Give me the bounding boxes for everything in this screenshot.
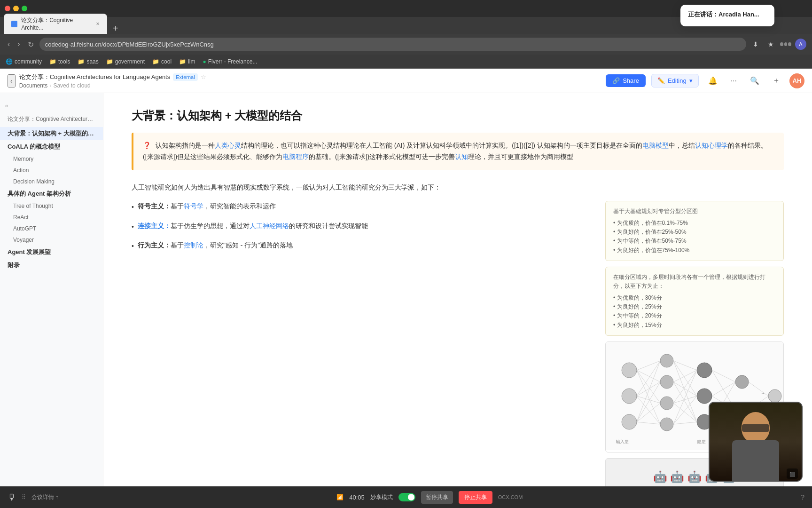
- link-human-mind[interactable]: 人类心灵: [215, 142, 241, 149]
- link-symbol-school[interactable]: 符号学: [184, 202, 203, 210]
- header-right: 🔗 Share ✏️ Editing ▾ 🔔 ··· 🔍 ＋ AH: [606, 73, 804, 88]
- documents-link[interactable]: Documents: [19, 82, 48, 89]
- sidebar-item-background[interactable]: 大背景：认知架构 + 大模型的结合: [0, 127, 103, 140]
- bookmark-llm[interactable]: 📁 llm: [179, 58, 195, 65]
- meeting-details-link[interactable]: 会议详情 ↑: [31, 493, 58, 501]
- bottom-right-controls: ?: [801, 493, 804, 501]
- government-icon: 📁: [106, 58, 113, 65]
- info-box: ❓ 认知架构指的是一种人类心灵结构的理论，也可以指这种心灵结构理论在人工智能 (…: [132, 133, 784, 170]
- link-computer-program[interactable]: 电脑程序: [282, 153, 309, 160]
- browser-toolbar: ⬇ ★ A: [750, 39, 806, 50]
- svg-point-6: [660, 397, 673, 410]
- sidebar-item-agent-arch[interactable]: 具体的 Agent 架构分析: [0, 187, 103, 200]
- svg-point-8: [697, 363, 712, 378]
- link-computer-model[interactable]: 电脑模型: [642, 142, 669, 149]
- notification-dialog: 正在讲话：Arcadia Han...: [680, 5, 774, 26]
- bookmark-fiverr[interactable]: ● Fiverr - Freelance...: [203, 58, 257, 65]
- mode-toggle[interactable]: [398, 493, 415, 501]
- sub-breadcrumb: Documents › Saved to cloud: [19, 82, 206, 89]
- add-page-icon[interactable]: ＋: [769, 74, 784, 87]
- sidebar-collapse-btn[interactable]: «: [0, 99, 13, 113]
- svg-point-13: [768, 389, 781, 403]
- search-icon[interactable]: 🔍: [746, 74, 763, 87]
- extensions-icon[interactable]: [780, 39, 791, 50]
- avatar[interactable]: AH: [789, 73, 804, 88]
- reload-btn[interactable]: ↻: [26, 38, 36, 51]
- community-icon: 🌐: [6, 58, 13, 65]
- svg-point-7: [660, 418, 673, 431]
- bookmark-saas[interactable]: 📁 saas: [78, 58, 98, 65]
- sidebar-item-appendix[interactable]: 附录: [0, 259, 103, 272]
- sidebar-item-tree-of-thought[interactable]: Tree of Thought: [0, 200, 103, 212]
- tab-close-btn[interactable]: ✕: [96, 21, 100, 26]
- sidebar-item-autogpt[interactable]: AutoGPT: [0, 223, 103, 234]
- col-left: • 符号主义：基于符号学，研究智能的表示和运作 • 连接主义：基于仿生学的思想，…: [132, 201, 586, 496]
- bookmark-icon[interactable]: ★: [765, 39, 776, 50]
- window-controls[interactable]: [5, 6, 27, 11]
- back-btn[interactable]: ‹: [6, 38, 12, 50]
- editing-button[interactable]: ✏️ Editing ▾: [651, 74, 699, 87]
- pause-share-btn[interactable]: 暂停共享: [421, 491, 453, 504]
- profile-icon[interactable]: A: [795, 39, 806, 50]
- external-badge: External: [173, 73, 197, 81]
- video-control-icon: ⬛: [789, 472, 795, 477]
- bookmark-government[interactable]: 📁 government: [106, 58, 145, 65]
- svg-point-9: [697, 389, 712, 404]
- question-icon: ❓: [143, 142, 151, 149]
- link-neural-network[interactable]: 人工神经网络: [250, 222, 289, 230]
- content-area: 大背景：认知架构 + 大模型的结合 ❓ 认知架构指的是一种人类心灵结构的理论，也…: [103, 93, 812, 508]
- chevron-down-icon: ▾: [689, 77, 693, 84]
- bookmark-tools[interactable]: 📁 tools: [49, 58, 70, 65]
- svg-point-2: [622, 389, 637, 404]
- active-tab[interactable]: 论文分享：Cognitive Archite... ✕: [4, 14, 107, 34]
- right-card-1-line-1: • 为优质的，价值在0.1%-75%: [613, 219, 776, 228]
- link-cognitive-theory[interactable]: 认知: [455, 153, 468, 160]
- right-card-2-line-3: • 为中等的，20%分: [613, 311, 776, 320]
- sidebar-item-future[interactable]: Agent 发展展望: [0, 246, 103, 259]
- close-window-btn[interactable]: [5, 6, 10, 11]
- address-bar-row: ‹ › ↻ codedog-ai.feishu.cn/docx/DPbMdEEl…: [0, 34, 812, 55]
- more-options-icon[interactable]: ···: [727, 75, 741, 87]
- bookmark-community[interactable]: 🌐 community: [6, 58, 42, 65]
- bullet-connectionism-text: 连接主义：基于仿生学的思想，通过对人工神经网络的研究和设计尝试实现智能: [138, 221, 368, 233]
- sidebar-item-action[interactable]: Action: [0, 165, 103, 176]
- link-control-theory[interactable]: 控制论: [184, 241, 203, 249]
- tab-favicon: [11, 21, 17, 27]
- llm-icon: 📁: [179, 58, 186, 65]
- right-card-1-line-3: • 为中等的，价值在50%-75%: [613, 237, 776, 246]
- right-card-2-intro: 在细分区域内，多层时间段均各有一个管理，根据规则进行打分，以至下方为止：: [613, 273, 776, 291]
- svg-point-3: [622, 414, 637, 429]
- bullet-dot-3: •: [132, 241, 134, 252]
- right-card-2-line-1: • 为优质的，30%分: [613, 294, 776, 302]
- star-icon[interactable]: ☆: [201, 73, 206, 80]
- two-col-layout: • 符号主义：基于符号学，研究智能的表示和运作 • 连接主义：基于仿生学的思想，…: [132, 201, 784, 496]
- share-button[interactable]: 🔗 Share: [606, 74, 646, 87]
- breadcrumb: 论文分享：Cognitive Architectures for Languag…: [19, 73, 206, 81]
- sidebar-item-decision-making[interactable]: Decision Making: [0, 176, 103, 187]
- stop-share-btn[interactable]: 停止共享: [459, 491, 492, 504]
- right-card-1-line-4: • 为良好的，价值在75%-100%: [613, 246, 776, 255]
- nav-back-btn[interactable]: ‹: [8, 74, 16, 87]
- help-icon[interactable]: ?: [801, 493, 804, 501]
- maximize-window-btn[interactable]: [22, 6, 27, 11]
- sidebar-item-voyager[interactable]: Voyager: [0, 234, 103, 246]
- new-tab-btn[interactable]: +: [109, 23, 122, 34]
- download-icon[interactable]: ⬇: [750, 39, 761, 50]
- minimize-window-btn[interactable]: [13, 6, 19, 11]
- right-card-1-title: 基于大基础规划对专管分型分区图: [613, 207, 776, 216]
- sidebar-doc-title[interactable]: 论文分享：Cognitive Architectures f...: [0, 113, 103, 127]
- sidebar-item-react[interactable]: ReAct: [0, 212, 103, 223]
- saas-icon: 📁: [78, 58, 85, 65]
- sidebar-item-coala[interactable]: CoALA 的概念模型: [0, 140, 103, 153]
- bookmark-cool[interactable]: 📁 cool: [152, 58, 172, 65]
- address-input[interactable]: codedog-ai.feishu.cn/docx/DPbMdEElroGZUj…: [39, 38, 746, 51]
- link-cognitive-psychology[interactable]: 认知心理学: [695, 142, 728, 149]
- mic-button[interactable]: 🎙: [8, 492, 16, 502]
- sidebar-item-memory[interactable]: Memory: [0, 153, 103, 165]
- right-card-2-line-2: • 为良好的，25%分: [613, 302, 776, 311]
- bell-icon[interactable]: 🔔: [704, 74, 721, 87]
- forward-btn[interactable]: ›: [16, 38, 22, 50]
- sidebar: « 论文分享：Cognitive Architectures f... 大背景：…: [0, 93, 103, 508]
- cool-icon: 📁: [152, 58, 159, 65]
- bullet-connectionism: • 连接主义：基于仿生学的思想，通过对人工神经网络的研究和设计尝试实现智能: [132, 221, 586, 233]
